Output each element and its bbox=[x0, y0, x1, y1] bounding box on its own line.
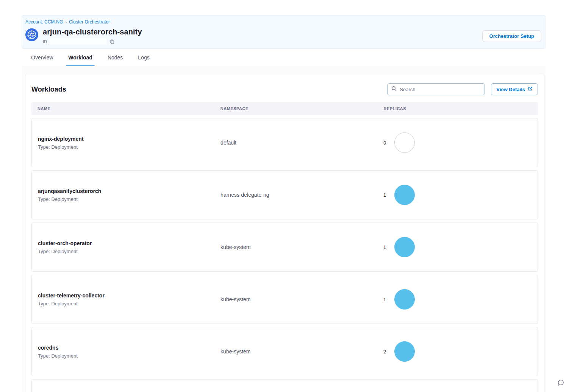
tab-nodes[interactable]: Nodes bbox=[102, 49, 129, 66]
table-row[interactable]: cluster-orch-operator Type: Deployment k… bbox=[31, 222, 538, 272]
workload-name: coredns bbox=[38, 345, 220, 351]
column-header-namespace: NAMESPACE bbox=[220, 106, 384, 111]
workload-type: Type: Deployment bbox=[38, 301, 220, 306]
chat-help-icon[interactable] bbox=[557, 379, 564, 388]
replica-circle bbox=[394, 341, 415, 362]
replicas-count: 2 bbox=[383, 349, 386, 355]
workload-name: arjunqasanityclusterorch bbox=[38, 188, 220, 194]
table-row[interactable]: cluster-telemetry-collector Type: Deploy… bbox=[31, 275, 538, 324]
breadcrumb-account-link[interactable]: Account: CCM-NG bbox=[25, 19, 63, 25]
workloads-title: Workloads bbox=[31, 86, 66, 93]
tab-logs[interactable]: Logs bbox=[132, 49, 155, 66]
cluster-id-redacted bbox=[50, 39, 106, 45]
page-header: Account: CCM-NG › Cluster Orchestrator bbox=[22, 15, 546, 49]
view-details-label: View Details bbox=[496, 87, 525, 92]
table-row-partial[interactable] bbox=[31, 379, 538, 392]
workload-namespace: kube-system bbox=[220, 296, 250, 302]
tab-bar: Overview Workload Nodes Logs bbox=[22, 49, 546, 66]
workload-namespace: kube-system bbox=[220, 244, 250, 250]
breadcrumb: Account: CCM-NG › Cluster Orchestrator bbox=[25, 19, 541, 25]
page-title: arjun-qa-clusterorch-sanity bbox=[43, 28, 142, 36]
kubernetes-logo-icon bbox=[25, 28, 38, 41]
breadcrumb-current: Cluster Orchestrator bbox=[69, 19, 110, 25]
workload-type: Type: Deployment bbox=[38, 144, 220, 150]
column-header-replicas: REPLICAS bbox=[383, 106, 532, 111]
view-details-button[interactable]: View Details bbox=[491, 83, 538, 95]
copy-icon[interactable] bbox=[109, 39, 114, 44]
search-input[interactable] bbox=[400, 87, 481, 92]
replicas-count: 1 bbox=[383, 297, 386, 302]
workload-namespace: kube-system bbox=[220, 348, 250, 355]
workload-type: Type: Deployment bbox=[38, 353, 220, 359]
workload-type: Type: Deployment bbox=[38, 196, 220, 202]
replica-circle bbox=[394, 185, 415, 205]
table-row[interactable]: nginx-deployment Type: Deployment defaul… bbox=[31, 118, 538, 167]
table-row[interactable]: coredns Type: Deployment kube-system 2 bbox=[31, 327, 538, 376]
column-header-name: NAME bbox=[38, 106, 220, 111]
tab-overview[interactable]: Overview bbox=[25, 49, 59, 66]
cluster-id-label: ID: bbox=[43, 39, 48, 44]
search-box[interactable] bbox=[387, 83, 485, 95]
workloads-card: Workloads View Deta bbox=[25, 73, 544, 392]
replica-circle bbox=[394, 132, 415, 153]
table-row[interactable]: arjunqasanityclusterorch Type: Deploymen… bbox=[31, 170, 538, 219]
replicas-count: 1 bbox=[383, 244, 386, 250]
replica-circle bbox=[394, 237, 415, 257]
orchestrator-setup-button[interactable]: Orchestrator Setup bbox=[482, 30, 541, 42]
cluster-orchestrator-page: Account: CCM-NG › Cluster Orchestrator bbox=[0, 15, 569, 392]
search-icon bbox=[391, 86, 397, 93]
workload-namespace: default bbox=[220, 140, 236, 146]
workload-namespace: harness-delegate-ng bbox=[220, 192, 269, 198]
breadcrumb-separator-icon: › bbox=[65, 20, 67, 24]
table-header-row: NAME NAMESPACE REPLICAS bbox=[31, 102, 538, 115]
replicas-count: 0 bbox=[383, 140, 386, 146]
workload-type: Type: Deployment bbox=[38, 249, 220, 254]
external-link-icon bbox=[528, 86, 533, 92]
workload-name: nginx-deployment bbox=[38, 136, 220, 142]
replica-circle bbox=[394, 289, 415, 310]
content-area: Workloads View Deta bbox=[22, 66, 546, 392]
workload-name: cluster-telemetry-collector bbox=[38, 292, 220, 299]
workload-name: cluster-orch-operator bbox=[38, 240, 220, 246]
replicas-count: 1 bbox=[383, 192, 386, 198]
tab-workload[interactable]: Workload bbox=[62, 49, 98, 66]
